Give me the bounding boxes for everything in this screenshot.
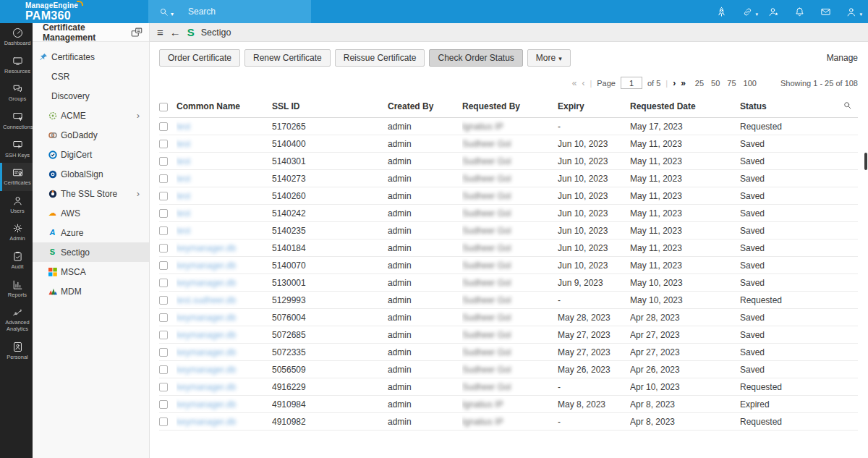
column-header-requested-date[interactable]: Requested Date xyxy=(630,96,740,118)
row-checkbox[interactable] xyxy=(159,140,168,148)
row-checkbox[interactable] xyxy=(159,313,168,322)
order-certificate-button[interactable]: Order Certificate xyxy=(159,49,240,67)
search-scope-caret-icon[interactable]: ▾ xyxy=(171,11,174,17)
prev-page-icon[interactable]: ‹ xyxy=(582,79,584,88)
page-number-input[interactable] xyxy=(621,77,642,89)
common-name-link[interactable]: keymanager.db xyxy=(176,382,236,392)
row-checkbox[interactable] xyxy=(159,417,168,426)
row-checkbox[interactable] xyxy=(159,348,168,357)
rail-item-dashboard[interactable]: Dashboard xyxy=(0,23,33,51)
column-header-expiry[interactable]: Expiry xyxy=(558,96,630,118)
last-page-icon[interactable]: » xyxy=(681,79,686,88)
row-checkbox[interactable] xyxy=(159,209,168,218)
rail-item-reports[interactable]: Reports xyxy=(0,275,33,303)
check-order-status-button[interactable]: Check Order Status xyxy=(429,49,522,67)
common-name-link[interactable]: test.sudheer.db xyxy=(176,295,236,305)
row-checkbox[interactable] xyxy=(159,122,168,131)
page-size-25[interactable]: 25 xyxy=(695,79,704,88)
sidebar-item-the-ssl-store[interactable]: The SSL Store› xyxy=(33,184,149,203)
rail-item-advanced-analytics[interactable]: Advanced Analytics xyxy=(0,302,33,336)
common-name-link[interactable]: keymanager.db xyxy=(176,417,236,427)
column-header-status[interactable]: Status xyxy=(740,96,837,118)
rail-item-users[interactable]: Users xyxy=(0,191,33,219)
row-checkbox[interactable] xyxy=(159,383,168,391)
user-star-icon[interactable] xyxy=(767,6,780,18)
sidebar-item-msca[interactable]: MSCA xyxy=(33,262,149,281)
sidebar-item-discovery[interactable]: Discovery xyxy=(33,86,149,106)
table-search-icon[interactable] xyxy=(843,101,852,110)
rail-item-audit[interactable]: Audit xyxy=(0,247,33,275)
row-checkbox[interactable] xyxy=(159,400,168,409)
common-name-link[interactable]: keymanager.db xyxy=(176,330,236,340)
mail-icon[interactable] xyxy=(820,6,832,18)
common-name-link[interactable]: keymanager.db xyxy=(176,260,236,271)
page-size-75[interactable]: 75 xyxy=(727,79,736,88)
rail-item-personal[interactable]: Personal xyxy=(0,337,33,365)
sidebar-item-sectigo[interactable]: SSectigo xyxy=(33,242,149,262)
sidebar-item-globalsign[interactable]: GlobalSign xyxy=(33,164,149,184)
cell-status: Expired xyxy=(740,396,837,413)
first-page-icon[interactable]: « xyxy=(572,79,577,88)
common-name-link[interactable]: test xyxy=(176,191,190,201)
sidebar-item-aws[interactable]: ☁AWS xyxy=(33,203,149,223)
common-name-link[interactable]: test xyxy=(176,208,190,219)
column-header-ssl-id[interactable]: SSL ID xyxy=(272,96,388,118)
hamburger-menu-icon[interactable]: ≡ xyxy=(157,27,163,38)
column-header-created-by[interactable]: Created By xyxy=(388,96,462,118)
row-checkbox[interactable] xyxy=(159,261,168,270)
common-name-link[interactable]: test xyxy=(176,139,190,149)
common-name-link[interactable]: test xyxy=(176,156,190,166)
row-checkbox[interactable] xyxy=(159,296,168,305)
reissue-certificate-button[interactable]: Reissue Certificate xyxy=(335,49,425,67)
select-all-checkbox[interactable] xyxy=(159,103,168,111)
sidebar-item-digicert[interactable]: DigiCert xyxy=(33,145,149,164)
row-checkbox[interactable] xyxy=(159,279,168,287)
common-name-link[interactable]: keymanager.db xyxy=(176,365,236,375)
common-name-link[interactable]: keymanager.db xyxy=(176,313,236,323)
next-page-icon[interactable]: › xyxy=(673,79,676,88)
common-name-link[interactable]: keymanager.db xyxy=(176,278,236,288)
row-checkbox[interactable] xyxy=(159,174,168,183)
global-search[interactable]: ▾ Search xyxy=(148,0,311,23)
row-checkbox[interactable] xyxy=(159,192,168,200)
rail-item-admin[interactable]: Admin xyxy=(0,219,33,247)
sidebar-item-mdm[interactable]: MDM xyxy=(33,281,149,301)
scrollbar-thumb[interactable] xyxy=(864,153,867,170)
sidebar-item-azure[interactable]: AAzure xyxy=(33,223,149,242)
manage-link[interactable]: Manage xyxy=(827,53,858,63)
common-name-link[interactable]: test xyxy=(176,122,190,132)
sidebar-item-csr[interactable]: CSR xyxy=(33,67,149,86)
back-arrow-icon[interactable]: ← xyxy=(170,27,181,38)
row-checkbox[interactable] xyxy=(159,157,168,166)
link-icon[interactable]: ▾ xyxy=(741,6,754,18)
common-name-link[interactable]: test xyxy=(176,174,190,184)
page-size-100[interactable]: 100 xyxy=(744,79,757,88)
profile-icon[interactable]: ▾ xyxy=(846,6,858,18)
column-header-requested-by[interactable]: Requested By xyxy=(462,96,558,118)
rail-item-connections[interactable]: Connections xyxy=(0,107,33,135)
sidebar-item-certificates[interactable]: Certificates xyxy=(33,47,149,67)
sidebar-item-acme[interactable]: ACME› xyxy=(33,106,149,125)
common-name-link[interactable]: test xyxy=(176,226,190,236)
more-button[interactable]: More▾ xyxy=(527,49,571,67)
rail-item-certificates[interactable]: Certificates xyxy=(0,163,33,191)
table-row: test5140242adminSudheer GolJun 10, 2023M… xyxy=(159,205,858,222)
row-checkbox[interactable] xyxy=(159,331,168,339)
common-name-link[interactable]: keymanager.db xyxy=(176,243,236,253)
rail-item-ssh-keys[interactable]: SSH Keys xyxy=(0,135,33,164)
common-name-link[interactable]: keymanager.db xyxy=(176,399,236,410)
sidebar-item-godaddy[interactable]: GoDaddy xyxy=(33,125,149,145)
row-checkbox[interactable] xyxy=(159,226,168,235)
bell-icon[interactable] xyxy=(793,6,806,18)
row-checkbox[interactable] xyxy=(159,244,168,253)
renew-certificate-button[interactable]: Renew Certificate xyxy=(244,49,331,67)
common-name-link[interactable]: keymanager.db xyxy=(176,347,236,357)
column-header-common-name[interactable]: Common Name xyxy=(176,96,272,118)
rail-item-resources[interactable]: Resources xyxy=(0,51,33,80)
popout-windows-icon[interactable] xyxy=(130,26,143,39)
row-checkbox[interactable] xyxy=(159,365,168,374)
rocket-icon[interactable] xyxy=(715,6,728,18)
rail-item-groups[interactable]: Groups xyxy=(0,79,33,107)
cell-created-by: admin xyxy=(388,378,462,396)
page-size-50[interactable]: 50 xyxy=(711,79,720,88)
